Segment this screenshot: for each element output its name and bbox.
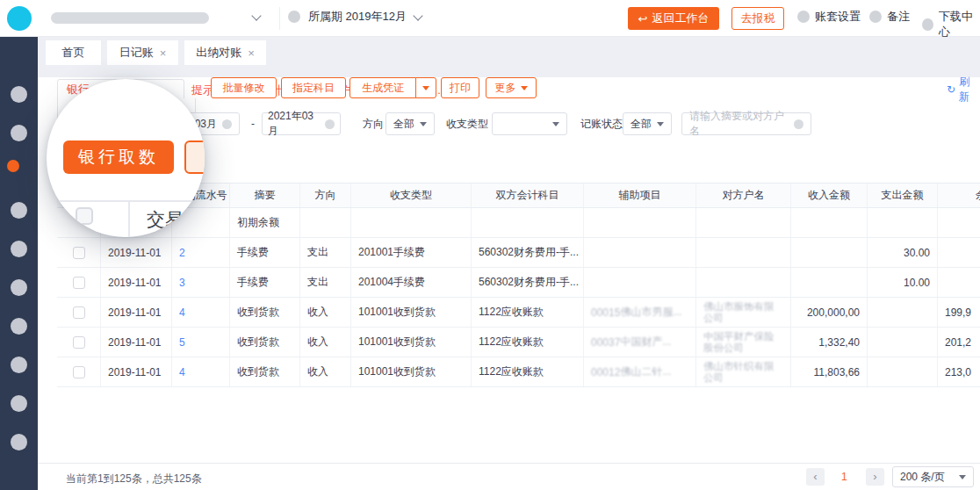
header-aux: 辅助项目 bbox=[584, 184, 696, 207]
direction-cell: 收入 bbox=[300, 298, 351, 327]
serial-link[interactable]: 3 bbox=[179, 277, 185, 289]
account-settings-button[interactable]: 账套设置 bbox=[797, 9, 861, 25]
download-center-button[interactable]: 下载中心 bbox=[922, 9, 980, 40]
counterparty-cell-redacted: 佛山市服饰有限公司 bbox=[696, 298, 791, 327]
header-balance: 余额 bbox=[938, 184, 980, 207]
counterparty-cell-redacted: 佛山市针织有限公司 bbox=[696, 357, 791, 386]
account-settings-label: 账套设置 bbox=[815, 9, 861, 25]
date-cell: 2019-11-01 bbox=[101, 238, 172, 267]
search-input[interactable]: 请输入摘要或对方户名 bbox=[681, 112, 811, 135]
status-filter-label: 记账状态 bbox=[580, 112, 623, 135]
tab-bar: 首页 日记账 × 出纳对账 × bbox=[38, 37, 980, 77]
expense-cell bbox=[868, 357, 938, 386]
period-selector[interactable]: 所属期 2019年12月 bbox=[288, 9, 422, 25]
sidebar-item-4-icon[interactable] bbox=[11, 202, 27, 219]
balance-cell: 213,0 bbox=[938, 357, 980, 386]
current-page-number[interactable]: 1 bbox=[841, 471, 847, 483]
generate-voucher-button[interactable]: 生成凭证 bbox=[349, 77, 416, 98]
dropdown-arrow-icon bbox=[422, 86, 429, 90]
table-footer: 当前第1到125条，总共125条 ‹ 1 › 200 条/页 bbox=[38, 463, 980, 490]
sidebar-item-10-icon[interactable] bbox=[11, 434, 27, 450]
next-page-button[interactable]: › bbox=[866, 468, 884, 486]
sidebar-item-6-icon[interactable] bbox=[11, 279, 27, 296]
close-icon[interactable]: × bbox=[248, 47, 255, 60]
expense-cell bbox=[868, 298, 938, 327]
serial-link[interactable]: 4 bbox=[179, 366, 185, 378]
search-placeholder: 请输入摘要或对方户名 bbox=[689, 109, 789, 139]
subject-cell: 560302财务费用-手... bbox=[472, 268, 584, 297]
tab-journal[interactable]: 日记账 × bbox=[107, 40, 178, 65]
tab-journal-label: 日记账 bbox=[119, 45, 154, 61]
gear-icon bbox=[797, 11, 810, 23]
date-cell: 2019-11-01 bbox=[101, 268, 172, 297]
sidebar-item-1-icon[interactable] bbox=[11, 86, 27, 103]
summary-cell: 收到货款 bbox=[230, 357, 300, 386]
company-name-redacted bbox=[51, 12, 209, 24]
batch-edit-button[interactable]: 批量修改 bbox=[211, 77, 277, 98]
serial-link[interactable]: 5 bbox=[179, 336, 185, 349]
go-tax-filing-button[interactable]: 去报税 bbox=[731, 7, 784, 30]
income-expense-type-select[interactable] bbox=[492, 112, 567, 135]
serial-link[interactable]: 2 bbox=[179, 247, 185, 259]
income-cell bbox=[791, 268, 868, 297]
refresh-button[interactable]: ↻ 刷新 bbox=[947, 79, 980, 100]
back-to-workbench-button[interactable]: ↩ 返回工作台 bbox=[628, 7, 719, 30]
back-arrow-icon: ↩ bbox=[638, 12, 648, 25]
sidebar-item-2-icon[interactable] bbox=[11, 125, 27, 141]
summary-cell: 收到货款 bbox=[230, 298, 300, 327]
direction-cell: 支出 bbox=[300, 268, 351, 297]
generate-voucher-dropdown-button[interactable] bbox=[415, 77, 436, 98]
type-cell: 101001收到货款 bbox=[351, 298, 472, 327]
header-summary: 摘要 bbox=[230, 184, 300, 207]
booking-status-select[interactable]: 全部 bbox=[623, 112, 672, 135]
direction-cell: 收入 bbox=[300, 328, 351, 357]
balance-cell bbox=[938, 268, 980, 297]
row-checkbox[interactable] bbox=[73, 366, 85, 378]
prev-page-button[interactable]: ‹ bbox=[806, 468, 825, 486]
sidebar-item-9-icon[interactable] bbox=[11, 395, 27, 412]
type-cell: 201001手续费 bbox=[351, 238, 472, 267]
header-type: 收支类型 bbox=[351, 184, 472, 207]
pagination-status: 当前第1到125条，总共125条 bbox=[66, 472, 202, 486]
header-direction: 方向 bbox=[300, 184, 351, 207]
direction-select[interactable]: 全部 bbox=[386, 112, 435, 135]
assign-subject-button[interactable]: 指定科目 bbox=[281, 77, 346, 98]
tab-home[interactable]: 首页 bbox=[46, 40, 101, 65]
sidebar-item-8-icon[interactable] bbox=[11, 357, 27, 373]
dropdown-arrow-icon bbox=[552, 122, 559, 126]
page-size-select[interactable]: 200 条/页 bbox=[892, 466, 974, 487]
date-cell: 2019-11-01 bbox=[101, 298, 172, 327]
magnifier-spotlight-overlay: 银行取数 交易 bbox=[47, 79, 205, 237]
row-checkbox[interactable] bbox=[73, 336, 85, 349]
serial-link[interactable]: 4 bbox=[179, 306, 185, 319]
app-logo-icon bbox=[7, 6, 32, 31]
notes-button[interactable]: 备注 bbox=[869, 9, 910, 25]
date-cell: 2019-11-01 bbox=[101, 328, 172, 357]
balance-cell bbox=[938, 238, 980, 267]
calendar-icon bbox=[325, 119, 335, 129]
date-range-separator: - bbox=[251, 112, 255, 135]
period-label: 所属期 2019年12月 bbox=[308, 9, 407, 25]
print-button[interactable]: 打印 bbox=[441, 77, 479, 98]
chevron-down-icon[interactable] bbox=[251, 11, 261, 20]
bank-data-fetch-button[interactable]: 银行取数 bbox=[63, 141, 174, 174]
table-row: 2019-11-01 4 收到货款 收入 101001收到货款 1122应收账款… bbox=[57, 298, 980, 328]
sidebar-item-3-active-icon[interactable] bbox=[7, 160, 19, 172]
refresh-icon: ↻ bbox=[947, 83, 955, 96]
summary-cell: 手续费 bbox=[230, 268, 300, 297]
sidebar-nav bbox=[0, 37, 38, 490]
direction-cell: 收入 bbox=[300, 357, 351, 386]
date-to-input[interactable]: 2021年03月 bbox=[262, 112, 341, 135]
expense-cell: 30.00 bbox=[868, 238, 938, 267]
sidebar-item-5-icon[interactable] bbox=[11, 241, 27, 257]
row-checkbox[interactable] bbox=[73, 247, 85, 259]
subject-cell: 1122应收账款 bbox=[472, 328, 584, 357]
download-center-label: 下载中心 bbox=[939, 9, 980, 40]
sidebar-item-7-icon[interactable] bbox=[11, 318, 27, 335]
more-button[interactable]: 更多 bbox=[486, 77, 537, 98]
close-icon[interactable]: × bbox=[160, 47, 167, 60]
search-icon bbox=[794, 119, 803, 129]
row-checkbox[interactable] bbox=[73, 277, 85, 289]
row-checkbox[interactable] bbox=[73, 306, 85, 319]
tab-cashier-reconciliation[interactable]: 出纳对账 × bbox=[184, 40, 266, 65]
